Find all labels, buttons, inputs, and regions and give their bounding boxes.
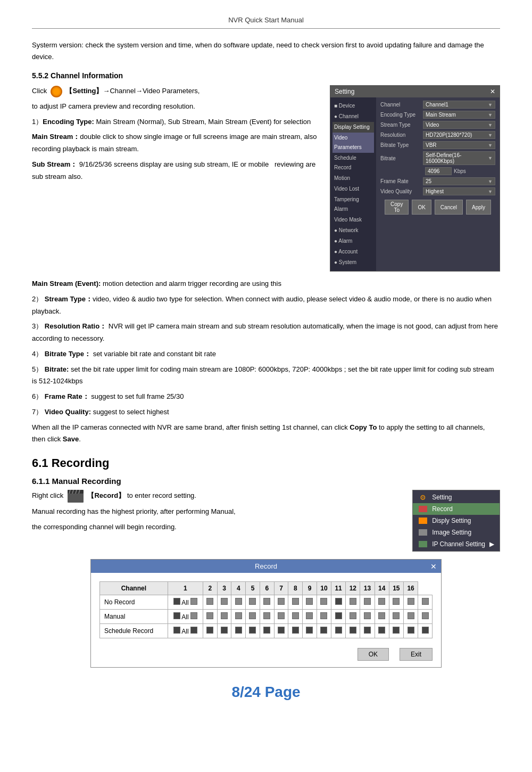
manual-13[interactable] bbox=[375, 610, 389, 624]
no-record-10[interactable] bbox=[331, 595, 346, 610]
manual-10[interactable] bbox=[331, 610, 346, 624]
sidebar-device[interactable]: ■ Device bbox=[332, 101, 374, 111]
no-record-all[interactable]: All bbox=[168, 595, 203, 610]
sidebar-system[interactable]: ● System bbox=[332, 257, 374, 268]
no-record-13[interactable] bbox=[375, 595, 389, 610]
cm-record[interactable]: Record bbox=[413, 503, 500, 515]
dialog-close-icon[interactable]: ✕ bbox=[490, 88, 495, 95]
apply-button[interactable]: Apply bbox=[466, 200, 491, 215]
all-check-no-record[interactable] bbox=[173, 598, 180, 605]
sidebar-channel[interactable]: ● Channel bbox=[332, 111, 374, 122]
record-ok-button[interactable]: OK bbox=[358, 648, 389, 661]
manual-2[interactable] bbox=[217, 610, 231, 624]
channel-field[interactable]: Channel1▼ bbox=[423, 101, 495, 109]
record-exit-button[interactable]: Exit bbox=[400, 648, 433, 661]
cm-display-setting[interactable]: Disply Setting bbox=[413, 515, 500, 527]
cm-image-setting[interactable]: Image Setting bbox=[413, 527, 500, 538]
no-record-label: No Record bbox=[100, 595, 168, 610]
resolution-field[interactable]: HD720P(1280*720)▼ bbox=[423, 131, 495, 139]
all-check-manual[interactable] bbox=[173, 612, 180, 619]
sidebar-schedule-record[interactable]: Schedule Record bbox=[332, 153, 374, 173]
no-record-2[interactable] bbox=[217, 595, 231, 610]
sidebar-video-params[interactable]: Video Parameters bbox=[332, 133, 374, 153]
no-record-11[interactable] bbox=[346, 595, 360, 610]
manual-14[interactable] bbox=[389, 610, 403, 624]
bitrate-field[interactable]: Self-Define(16-16000Kbps)▼ bbox=[423, 151, 495, 165]
manual-9[interactable] bbox=[317, 610, 331, 624]
no-record-12[interactable] bbox=[360, 595, 375, 610]
all-check2-no-record[interactable] bbox=[190, 598, 197, 605]
ok-button[interactable]: OK bbox=[412, 200, 431, 215]
cm-setting-label: Setting bbox=[432, 494, 452, 501]
schedule-13[interactable] bbox=[375, 624, 389, 638]
sidebar-display-setting[interactable]: Display Setting bbox=[332, 122, 374, 133]
manual-3[interactable] bbox=[231, 610, 246, 624]
record-dialog-title-text: Record bbox=[255, 562, 277, 570]
all-check-schedule[interactable] bbox=[173, 627, 180, 634]
sidebar-account[interactable]: ● Account bbox=[332, 247, 374, 257]
manual-16[interactable] bbox=[418, 610, 433, 624]
manual-15[interactable] bbox=[403, 610, 418, 624]
no-record-6[interactable] bbox=[274, 595, 288, 610]
stream-field[interactable]: Video▼ bbox=[423, 121, 495, 129]
manual-4[interactable] bbox=[246, 610, 260, 624]
manual-5[interactable] bbox=[260, 610, 274, 624]
schedule-9[interactable] bbox=[317, 624, 331, 638]
bitrate-num-input[interactable]: 4096 bbox=[425, 167, 452, 175]
schedule-10[interactable] bbox=[331, 624, 346, 638]
schedule-14[interactable] bbox=[389, 624, 403, 638]
setting-form: Channel Channel1▼ Encoding Type Main Str… bbox=[376, 97, 500, 271]
no-record-4[interactable] bbox=[246, 595, 260, 610]
manual-7[interactable] bbox=[288, 610, 303, 624]
schedule-8[interactable] bbox=[303, 624, 317, 638]
no-record-14[interactable] bbox=[389, 595, 403, 610]
schedule-12[interactable] bbox=[360, 624, 375, 638]
schedule-16[interactable] bbox=[418, 624, 433, 638]
manual-12[interactable] bbox=[360, 610, 375, 624]
sidebar-motion[interactable]: Motion bbox=[332, 173, 374, 184]
record-dialog-buttons: OK Exit bbox=[91, 644, 441, 667]
manual-all[interactable]: All bbox=[168, 610, 203, 624]
sidebar-network[interactable]: ● Network bbox=[332, 225, 374, 236]
no-record-8[interactable] bbox=[303, 595, 317, 610]
cm-ip-channel[interactable]: IP Channel Setting ▶ bbox=[413, 538, 500, 550]
framerate-field[interactable]: 25▼ bbox=[423, 177, 495, 185]
schedule-7[interactable] bbox=[288, 624, 303, 638]
cm-setting[interactable]: ⚙ Setting bbox=[413, 491, 500, 503]
bitrate-type-field[interactable]: VBR▼ bbox=[423, 141, 495, 149]
sidebar-video-lost[interactable]: Video Lost bbox=[332, 184, 374, 194]
schedule-6[interactable] bbox=[274, 624, 288, 638]
schedule-4[interactable] bbox=[246, 624, 260, 638]
no-record-7[interactable] bbox=[288, 595, 303, 610]
sidebar-tampering-alarm[interactable]: Tampering Alarm bbox=[332, 194, 374, 215]
copy-to-button[interactable]: Copy To bbox=[385, 200, 409, 215]
schedule-1[interactable] bbox=[203, 624, 217, 638]
manual-8[interactable] bbox=[303, 610, 317, 624]
video-quality-field[interactable]: Highest▼ bbox=[423, 187, 495, 195]
bitrate-text: 5） Bitrate: set the bit rate upper limit… bbox=[32, 364, 500, 388]
encoding-field[interactable]: Main Stream▼ bbox=[423, 111, 495, 119]
manual-6[interactable] bbox=[274, 610, 288, 624]
schedule-2[interactable] bbox=[217, 624, 231, 638]
no-record-9[interactable] bbox=[317, 595, 331, 610]
schedule-all[interactable]: All bbox=[168, 624, 203, 638]
manual-1[interactable] bbox=[203, 610, 217, 624]
all-check2-manual[interactable] bbox=[190, 612, 197, 619]
all-check2-schedule[interactable] bbox=[190, 627, 197, 634]
sidebar-alarm[interactable]: ● Alarm bbox=[332, 236, 374, 247]
manual-11[interactable] bbox=[346, 610, 360, 624]
no-record-5[interactable] bbox=[260, 595, 274, 610]
schedule-11[interactable] bbox=[346, 624, 360, 638]
schedule-3[interactable] bbox=[231, 624, 246, 638]
cancel-button[interactable]: Cancel bbox=[435, 200, 463, 215]
no-record-15[interactable] bbox=[403, 595, 418, 610]
sidebar-video-mask[interactable]: Video Mask bbox=[332, 215, 374, 225]
setting-dialog-body: ■ Device ● Channel Display Setting Video… bbox=[330, 97, 500, 271]
schedule-5[interactable] bbox=[260, 624, 274, 638]
no-record-3[interactable] bbox=[231, 595, 246, 610]
no-record-1[interactable] bbox=[203, 595, 217, 610]
record-dialog-close-icon[interactable]: ✕ bbox=[430, 562, 437, 571]
col-12: 12 bbox=[346, 582, 360, 595]
schedule-15[interactable] bbox=[403, 624, 418, 638]
no-record-16[interactable] bbox=[418, 595, 433, 610]
